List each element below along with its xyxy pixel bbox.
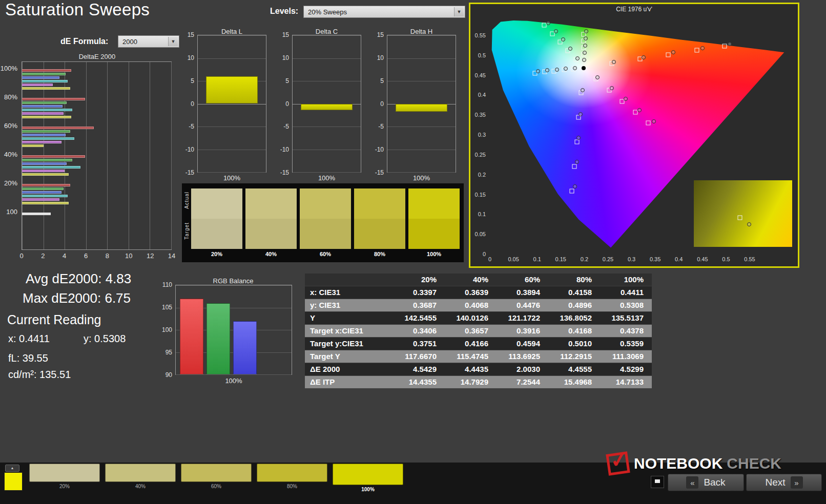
ytick-label: 15 (188, 31, 194, 38)
bottom-swatch-slot[interactable]: 60% (181, 464, 252, 493)
table-cell: 0.3916 (497, 325, 548, 337)
table-cell: 14.4355 (393, 376, 445, 388)
bottom-swatch-slot[interactable]: 80% (257, 464, 327, 493)
ytick-label: -10 (185, 146, 194, 153)
cie-measured-marker (564, 67, 568, 71)
table-cell: 0.5308 (600, 299, 652, 311)
table-cell: 140.0126 (445, 312, 497, 324)
delta-bar (206, 76, 258, 103)
current-fl-value: fL: 39.55 (8, 352, 48, 364)
next-button[interactable]: Next » (746, 474, 822, 491)
deltae-bar (22, 155, 85, 158)
compare-percent-label: 40% (265, 251, 277, 257)
rgb-yaxis: 1101051009590 (157, 285, 174, 375)
cie-measured-marker (581, 88, 585, 92)
gridline (198, 104, 266, 104)
delta-h-yaxis: 151050-5-10-15 (368, 35, 386, 173)
deltae-bar (22, 109, 72, 111)
current-reading-heading: Current Reading (7, 312, 101, 327)
cie-xaxis: 00.050.10.150.20.250.30.350.40.450.50.55 (490, 256, 792, 263)
table-cell: 2.0030 (497, 363, 548, 375)
notebookcheck-check-icon: ✓ (606, 451, 630, 475)
cie-target-marker (542, 23, 547, 27)
target-swatch (408, 219, 460, 249)
next-label: Next (765, 477, 785, 488)
deltae-bar (22, 80, 68, 82)
deltae-bar-group (22, 151, 171, 180)
actual-swatch (354, 188, 405, 219)
cie-measured-marker (545, 68, 549, 72)
actual-swatch (300, 188, 351, 219)
bottom-swatch-slot[interactable]: 40% (105, 464, 176, 493)
delta-l-plot (197, 35, 266, 173)
cie-ytick-label: 0.1 (478, 211, 486, 217)
bottom-swatch (105, 464, 176, 482)
deltae-xtick-label: 6 (84, 252, 88, 260)
levels-select[interactable]: 20% Sweeps ▼ (303, 6, 465, 18)
cie-measured-marker (561, 37, 565, 41)
gridline (176, 374, 292, 375)
de-formula-select[interactable]: 2000 ▼ (118, 35, 179, 48)
bottom-swatch-slot[interactable]: 20% (29, 464, 100, 493)
deltae-bar (22, 112, 64, 115)
deltae-xtick-label: 4 (63, 252, 66, 260)
levels-label: Levels: (270, 7, 298, 16)
table-header-cell: 20% (393, 274, 445, 286)
cie-measured-marker (536, 69, 540, 73)
deltae-bar (22, 166, 80, 169)
collapse-up-button[interactable]: ▲ (5, 465, 19, 472)
bottom-swatch-label: 100% (333, 487, 403, 492)
chevron-left-double-icon: « (686, 476, 698, 489)
deltae-xtick-label: 2 (41, 252, 45, 260)
deltae-bar (22, 105, 63, 108)
table-cell: 0.4158 (548, 286, 600, 299)
table-cell: 4.4435 (445, 363, 497, 375)
cie-measured-marker (583, 44, 587, 48)
current-x-value: x: 0.4411 (8, 333, 50, 345)
logo-text-check: CHECK (727, 455, 781, 472)
cie-measured-marker (637, 108, 642, 112)
ytick-label: 15 (282, 31, 289, 38)
gridline (293, 58, 361, 59)
table-cell: 111.3069 (600, 350, 652, 363)
deltae-xtick-label: 8 (106, 252, 109, 260)
cie-target-marker (694, 48, 699, 53)
compare-panel: Actual Target 20%40%60%80%100% (182, 183, 464, 262)
logo-text-notebook: NOTEBOOK (634, 455, 722, 472)
compare-cell (245, 188, 297, 249)
table-row-label: Target Y (305, 350, 393, 363)
cie-measured-marker (728, 42, 732, 46)
bottom-swatch-slot[interactable]: 100% (333, 464, 403, 493)
table-cell: 142.5455 (393, 312, 445, 324)
table-row: Target x:CIE310.34060.36570.39160.41680.… (305, 325, 652, 338)
table-cell: 113.6925 (497, 350, 548, 363)
table-cell: 0.4378 (600, 325, 652, 337)
cie-target-marker (572, 164, 577, 169)
ytick-label: -10 (375, 146, 384, 153)
display-icon[interactable] (651, 476, 664, 488)
current-color-swatch[interactable] (4, 472, 23, 491)
cie-xtick-label: 0.35 (650, 256, 660, 262)
cie-xtick-label: 0.3 (628, 256, 635, 262)
cie-title: CIE 1976 u'v' (470, 6, 798, 13)
current-y-value: y: 0.5308 (84, 333, 126, 345)
deltae-bar (22, 116, 71, 118)
cie-panel: CIE 1976 u'v' 00.050.10.150.20.250.30.35… (469, 3, 799, 268)
cie-xtick-label: 0.2 (581, 256, 588, 262)
deltae-bar (22, 170, 65, 172)
deltae-bar (22, 134, 66, 136)
cie-measured-marker (555, 68, 559, 72)
bottom-swatch-label: 60% (181, 484, 252, 489)
ytick-label: -15 (375, 169, 384, 176)
gridline (293, 172, 361, 173)
back-button[interactable]: « Back (668, 474, 744, 491)
cie-measured-marker (554, 29, 558, 33)
target-swatch (245, 219, 297, 249)
deltae-bar (22, 191, 61, 194)
compare-cell (408, 188, 460, 249)
cie-measured-marker (595, 75, 600, 79)
gridline (387, 150, 456, 150)
cie-measured-marker (671, 50, 675, 54)
deltae-plot (22, 61, 172, 250)
table-row: ΔE ITP14.435514.79297.254415.496814.7133 (305, 376, 652, 389)
